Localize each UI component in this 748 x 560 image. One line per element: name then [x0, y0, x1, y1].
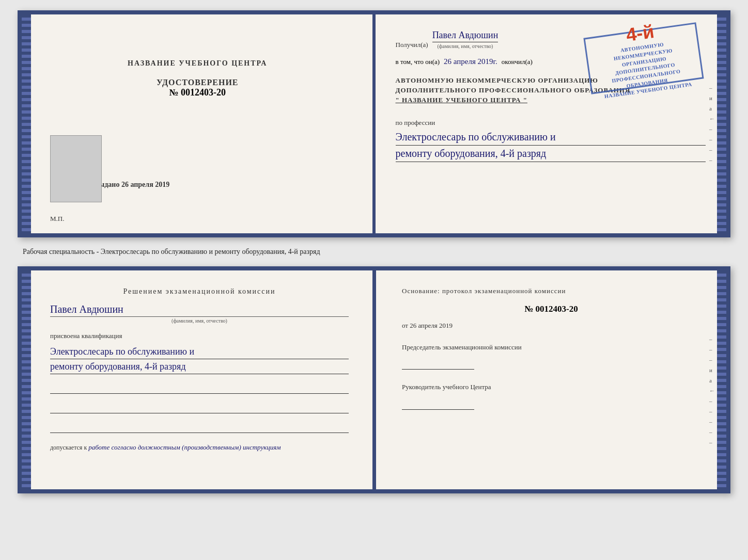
chair-sign-line: [402, 359, 474, 370]
recipient-name: Павел Авдюшин: [432, 30, 498, 41]
profession-field: Электрослесарь по обслуживанию и ремонту…: [396, 131, 706, 162]
document-container: НАЗВАНИЕ УЧЕБНОГО ЦЕНТРА УДОСТОВЕРЕНИЕ №…: [18, 10, 730, 493]
ruk-sign-section: Руководитель учебного Центра: [402, 382, 700, 410]
prof-line2: ремонту оборудования, 4-й разряд: [396, 148, 706, 162]
work-specialty-label: Рабочая специальность - Электрослесарь п…: [18, 248, 730, 256]
cert-right-page: 4-й АВТОНОМНУЮ НЕКОММЕРЧЕСКУЮ ОРГАНИЗАЦИ…: [375, 14, 727, 233]
bottom-exam-spread: Решением экзаменационной комиссии Павел …: [18, 266, 730, 493]
exam-name-block: Павел Авдюшин (фамилия, имя, отчество): [50, 303, 349, 324]
top-certificate-spread: НАЗВАНИЕ УЧЕБНОГО ЦЕНТРА УДОСТОВЕРЕНИЕ №…: [18, 10, 730, 237]
cert-number: № 0012403-20: [157, 87, 239, 98]
exam-prof-lines: Электрослесарь по обслуживанию и ремонту…: [50, 346, 349, 374]
po-professii-label: по профессии: [396, 119, 706, 127]
exam-prof-line2: ремонту оборудования, 4-й разряд: [50, 361, 349, 374]
cert-udost-label: УДОСТОВЕРЕНИЕ: [157, 78, 239, 87]
exam-heading: Решением экзаменационной комиссии: [50, 286, 349, 297]
vydano-date: 26 апреля 2019: [121, 181, 169, 188]
chair-sign-section: Председатель экзаменационной комиссии: [402, 342, 700, 370]
cert-photo-placeholder: [50, 135, 102, 202]
poluchil-label: Получил(a): [396, 41, 428, 49]
dopusk-text: работе согласно должностным (производств…: [88, 443, 280, 451]
osnov-label: Основание: протокол экзаменационной коми…: [402, 286, 700, 297]
osnov-date: от 26 апреля 2019: [402, 322, 700, 330]
exam-left-page: Решением экзаменационной комиссии Павел …: [22, 270, 376, 489]
cert-left-page: НАЗВАНИЕ УЧЕБНОГО ЦЕНТРА УДОСТОВЕРЕНИЕ №…: [22, 14, 375, 233]
mp-label: М.П.: [50, 215, 64, 223]
date-value-bottom: 26 апреля 2019: [410, 322, 453, 329]
okonchil-label: окончил(а): [502, 58, 533, 66]
date-prefix: от: [402, 322, 408, 329]
exam-person-name: Павел Авдюшин: [50, 303, 349, 315]
blank-line-3: [50, 422, 349, 433]
prof-line1: Электрослесарь по обслуживанию и: [396, 131, 706, 146]
exam-prof-line1: Электрослесарь по обслуживанию и: [50, 346, 349, 359]
exam-right-page: Основание: протокол экзаменационной коми…: [376, 270, 726, 489]
blank-line-1: [50, 382, 349, 394]
cert-date-value: 26 апреля 2019г.: [444, 57, 497, 66]
dopusk-block: допускается к работе согласно должностны…: [50, 443, 349, 452]
exam-qualification: присвоена квалификация: [50, 332, 349, 340]
name-subtext: (фамилия, имя, отчество): [432, 43, 498, 49]
vtom-label: в том, что он(а): [396, 58, 440, 66]
po-professii-block: по профессии Электрослесарь по обслужива…: [396, 119, 706, 162]
exam-right-side-chars: – – – и а ← – – – – –: [709, 336, 715, 445]
blank-line-2: [50, 402, 349, 413]
ruk-sign-line: [402, 399, 474, 410]
ruk-label: Руководитель учебного Центра: [402, 382, 700, 392]
cert-training-center-title: НАЗВАНИЕ УЧЕБНОГО ЦЕНТРА: [128, 59, 267, 68]
org-name: " НАЗВАНИЕ УЧЕБНОГО ЦЕНТРА ": [396, 96, 706, 104]
cert-udost-block: УДОСТОВЕРЕНИЕ № 0012403-20: [157, 78, 239, 98]
chair-label: Председатель экзаменационной комиссии: [402, 342, 700, 353]
dopusk-label: допускается к: [50, 444, 87, 451]
exam-name-subtext: (фамилия, имя, отчество): [50, 316, 349, 324]
right-side-chars: – и а ← – – – –: [709, 85, 715, 163]
cert-vydano: Выдано 26 апреля 2019: [94, 181, 169, 189]
osnov-number: № 0012403-20: [402, 304, 700, 314]
